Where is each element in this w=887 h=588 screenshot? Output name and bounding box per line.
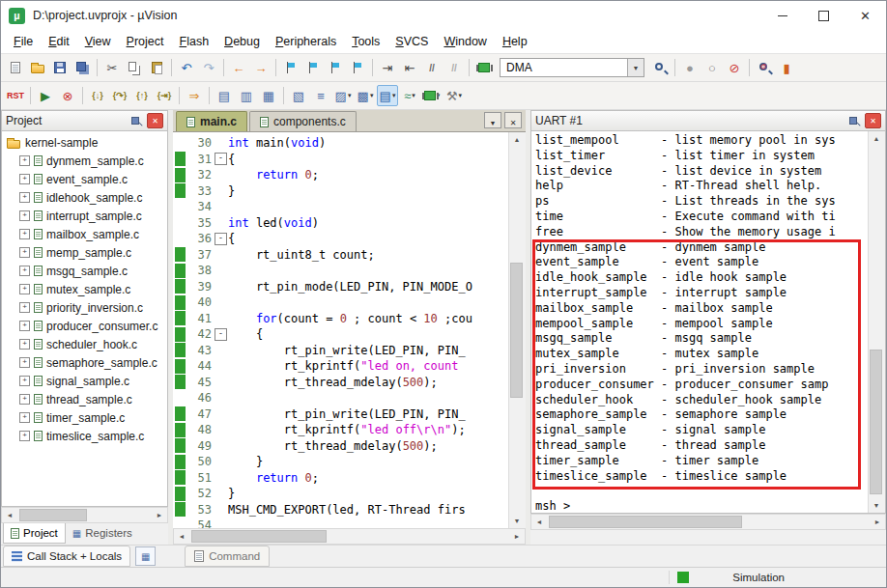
tree-item[interactable]: +semaphore_sample.c <box>2 353 167 372</box>
editor-vscrollbar[interactable] <box>508 132 526 528</box>
memory-window-button[interactable]: ▩▾ <box>355 85 376 106</box>
chevron-down-icon[interactable]: ▼ <box>627 59 644 76</box>
registers-window-button[interactable]: ▧ <box>288 85 309 106</box>
uart-output[interactable]: list_mempool - list memory pool in sys l… <box>531 131 868 513</box>
scroll-thumb[interactable] <box>870 350 882 494</box>
fold-collapse-icon[interactable]: - <box>215 328 227 341</box>
panel-close-icon[interactable] <box>865 113 881 128</box>
tree-item[interactable]: +producer_consumer.c <box>2 317 167 335</box>
chevron-down-icon[interactable]: ▾ <box>437 92 441 99</box>
tree-item[interactable]: +idlehook_sample.c <box>2 188 167 207</box>
bottom-tab-registers[interactable]: ▦Registers <box>66 523 139 543</box>
serial-window-button[interactable]: ▤▾ <box>377 85 398 106</box>
menu-tools[interactable]: Tools <box>344 32 387 51</box>
expand-plus-icon[interactable]: + <box>19 192 30 203</box>
chevron-down-icon[interactable]: ▾ <box>412 92 415 99</box>
tree-item[interactable]: +mailbox_sample.c <box>2 225 167 243</box>
navigate-forward-button[interactable]: → <box>250 57 272 78</box>
command-window-button[interactable]: ▤ <box>214 85 235 106</box>
scroll-down-icon[interactable] <box>509 514 525 528</box>
undo-button[interactable]: ↶ <box>176 57 197 78</box>
expand-plus-icon[interactable]: + <box>19 394 30 405</box>
next-bookmark-button[interactable] <box>325 57 346 78</box>
scroll-track[interactable] <box>509 147 526 514</box>
expand-plus-icon[interactable]: + <box>19 431 30 441</box>
scroll-up-icon[interactable] <box>869 131 884 146</box>
prev-bookmark-button[interactable] <box>302 57 324 78</box>
code-editor[interactable]: 30int main(void)31-{32 return 0;33}3435i… <box>173 132 508 528</box>
pin-icon[interactable] <box>129 115 142 127</box>
show-next-statement-button[interactable]: ⇒ <box>184 85 205 106</box>
menu-peripherals[interactable]: Peripherals <box>268 32 344 51</box>
navigate-back-button[interactable]: ← <box>228 57 249 78</box>
expand-plus-icon[interactable]: + <box>19 247 30 258</box>
uncomment-button[interactable]: // <box>444 57 465 78</box>
clear-bookmarks-button[interactable] <box>347 57 368 78</box>
pin-icon[interactable] <box>847 115 860 127</box>
expand-plus-icon[interactable]: + <box>19 266 30 276</box>
scroll-track[interactable] <box>869 146 885 498</box>
find-in-files-button[interactable] <box>649 57 671 78</box>
scroll-thumb[interactable] <box>510 263 523 398</box>
save-all-button[interactable] <box>72 57 93 78</box>
uart-vscrollbar[interactable] <box>868 131 885 513</box>
editor-hscrollbar[interactable] <box>173 528 526 545</box>
chevron-down-icon[interactable]: ▾ <box>459 92 463 99</box>
step-over-button[interactable]: {↷} <box>109 85 130 106</box>
open-file-button[interactable] <box>27 57 48 78</box>
enable-breakpoint-button[interactable]: ○ <box>701 57 723 78</box>
scroll-thumb[interactable] <box>191 530 327 543</box>
kill-breakpoints-button[interactable]: ⊘ <box>724 57 745 78</box>
disassembly-window-button[interactable]: ▥ <box>236 85 257 106</box>
bottom-tab-project[interactable]: Project <box>3 523 66 544</box>
scroll-left-icon[interactable] <box>174 529 189 544</box>
close-button[interactable] <box>844 1 886 30</box>
expand-plus-icon[interactable]: + <box>19 376 30 386</box>
system-viewer-button[interactable]: ▾ <box>421 85 443 106</box>
tree-item[interactable]: +dynmem_sample.c <box>2 152 167 170</box>
expand-plus-icon[interactable]: + <box>19 229 30 239</box>
expand-plus-icon[interactable]: + <box>19 284 30 294</box>
menu-flash[interactable]: Flash <box>172 32 217 51</box>
expand-plus-icon[interactable]: + <box>19 412 30 423</box>
redo-button[interactable]: ↷ <box>198 57 219 78</box>
menu-debug[interactable]: Debug <box>216 32 268 51</box>
fold-collapse-icon[interactable]: - <box>215 153 227 165</box>
menu-file[interactable]: File <box>6 32 41 51</box>
scroll-down-icon[interactable] <box>869 498 884 513</box>
scroll-right-icon[interactable] <box>152 508 167 522</box>
watch-grid-button[interactable] <box>135 546 156 566</box>
expand-plus-icon[interactable]: + <box>19 357 30 368</box>
command-tab[interactable]: Command <box>185 546 270 567</box>
menu-help[interactable]: Help <box>495 32 535 51</box>
step-out-button[interactable]: {↑} <box>131 85 153 106</box>
tree-item[interactable]: +mutex_sample.c <box>2 280 167 298</box>
uart-hscrollbar[interactable] <box>530 514 886 530</box>
call-stack-tab[interactable]: Call Stack + Locals <box>3 546 130 567</box>
scroll-thumb[interactable] <box>549 516 742 528</box>
copy-button[interactable] <box>124 57 145 78</box>
fold-collapse-icon[interactable]: - <box>215 233 227 245</box>
document-list-button[interactable] <box>484 112 501 128</box>
menu-svcs[interactable]: SVCS <box>387 32 436 51</box>
run-to-cursor-button[interactable]: {⇥} <box>154 85 175 106</box>
tree-item[interactable]: +timer_sample.c <box>2 408 167 427</box>
close-document-button[interactable] <box>504 112 522 128</box>
scroll-track[interactable] <box>17 508 152 522</box>
minimize-button[interactable] <box>761 1 803 30</box>
insert-breakpoint-button[interactable]: ● <box>679 57 701 78</box>
expand-plus-icon[interactable]: + <box>19 339 30 350</box>
watch-window-button[interactable]: ▨▾ <box>332 85 354 106</box>
toolbox-button[interactable]: ⚒▾ <box>444 85 465 106</box>
infocenter-button[interactable]: ▮ <box>776 57 797 78</box>
scroll-left-icon[interactable] <box>531 515 547 529</box>
target-select[interactable]: DMA▼ <box>500 58 644 77</box>
project-tree[interactable]: kernel-sample+dynmem_sample.c+event_samp… <box>1 131 168 507</box>
tree-item[interactable]: +thread_sample.c <box>2 390 167 408</box>
expand-plus-icon[interactable]: + <box>19 174 30 184</box>
flash-download-button[interactable] <box>473 57 495 78</box>
menu-view[interactable]: View <box>77 32 119 51</box>
toggle-bookmark-button[interactable] <box>280 57 301 78</box>
scroll-track[interactable] <box>189 529 509 544</box>
reset-cpu-button[interactable]: RST <box>5 85 26 106</box>
